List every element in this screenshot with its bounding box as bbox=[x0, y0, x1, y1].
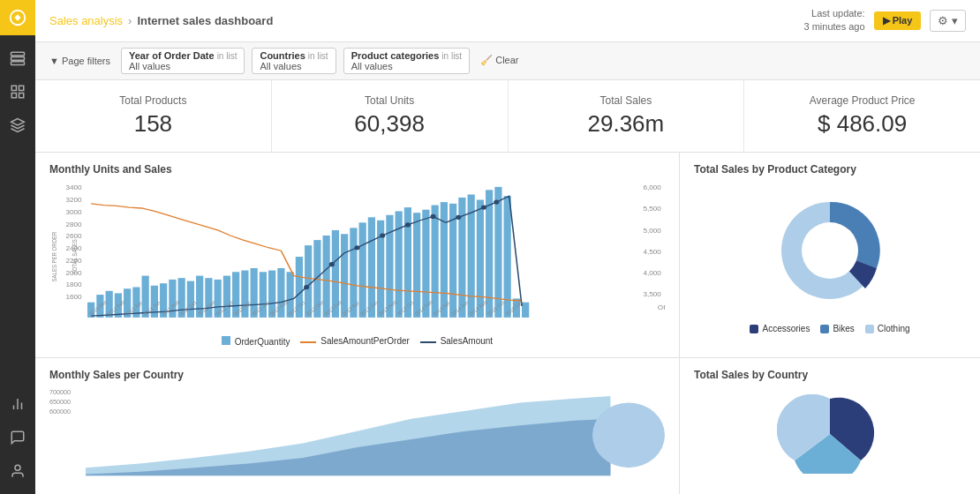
y-axis-title-left2: TOTAL SALES bbox=[71, 238, 78, 273]
y-axis-label: 3200 bbox=[65, 197, 81, 204]
page-filters-toggle[interactable]: ▼ Page filters bbox=[49, 56, 110, 66]
kpi-total-units: Total Units 60,398 bbox=[272, 80, 509, 152]
kpi-avg-price-value: $ 486.09 bbox=[762, 110, 962, 138]
chart-dot bbox=[494, 199, 499, 204]
svg-rect-4 bbox=[11, 86, 16, 90]
breadcrumb: Sales analysis › Internet sales dashboar… bbox=[49, 14, 273, 27]
sidebar-item-user[interactable] bbox=[4, 457, 32, 485]
filter-categories-val: All values bbox=[351, 61, 393, 71]
chart-dot bbox=[431, 214, 436, 219]
filter-chip-countries[interactable]: Countries in list All values bbox=[252, 48, 335, 74]
y-axis-right-label: 6,000 bbox=[643, 184, 661, 191]
svg-point-11 bbox=[15, 465, 20, 470]
chart-dot bbox=[304, 285, 309, 289]
legend-sales-per-order: SalesAmountPerOrder bbox=[300, 336, 409, 346]
legend-bikes: Bikes bbox=[820, 324, 854, 333]
legend-square-blue bbox=[222, 336, 230, 345]
svg-rect-7 bbox=[19, 94, 24, 98]
bar bbox=[359, 222, 366, 318]
monthly-units-sales-title: Monthly Units and Sales bbox=[49, 163, 665, 176]
kpi-total-sales: Total Sales 29.36m bbox=[509, 80, 745, 152]
filter-year-type: in list bbox=[217, 51, 237, 61]
kpi-avg-price-label: Average Product Price bbox=[762, 94, 962, 107]
kpi-avg-price: Average Product Price $ 486.09 bbox=[744, 80, 980, 152]
breadcrumb-parent[interactable]: Sales analysis bbox=[49, 14, 123, 27]
svg-rect-3 bbox=[11, 62, 25, 65]
y-axis-label: 3400 bbox=[65, 184, 81, 191]
monthly-sales-country-svg: 700000 650000 600000 bbox=[49, 386, 665, 484]
y-axis-label: 2600 bbox=[65, 233, 81, 240]
legend-accessories: Accessories bbox=[750, 324, 810, 333]
kpi-total-sales-label: Total Sales bbox=[526, 94, 727, 107]
monthly-units-sales-panel: Monthly Units and Sales 3400 3200 3000 2… bbox=[35, 153, 679, 358]
legend-dot-bikes bbox=[820, 325, 829, 333]
legend-line-dark bbox=[420, 341, 436, 343]
filters-bar: ▼ Page filters Year of Order Date in lis… bbox=[35, 42, 980, 80]
chart-dot bbox=[329, 262, 335, 266]
charts-right: Total Sales by Product Category bbox=[680, 153, 980, 494]
sidebar-item-chat[interactable] bbox=[4, 423, 32, 452]
monthly-chart-legend: OrderQuantity SalesAmountPerOrder SalesA… bbox=[49, 336, 665, 347]
y-axis-label: 1600 bbox=[65, 294, 81, 301]
monthly-sales-country-panel: Monthly Sales per Country 700000 650000 … bbox=[35, 358, 679, 494]
legend-sales-amount: SalesAmount bbox=[420, 336, 493, 346]
legend-clothing: Clothing bbox=[865, 324, 910, 333]
sidebar-item-box[interactable] bbox=[4, 111, 32, 139]
country-sales-panel: Total Sales by Country bbox=[680, 358, 980, 494]
filter-year-val: All values bbox=[129, 61, 170, 71]
monthly-sales-country-title: Monthly Sales per Country bbox=[49, 369, 665, 381]
sidebar bbox=[0, 0, 35, 494]
sidebar-item-layers[interactable] bbox=[4, 44, 32, 72]
y-axis-label: 2800 bbox=[65, 221, 81, 228]
sidebar-item-grid[interactable] bbox=[4, 78, 32, 106]
breadcrumb-current: Internet sales dashboard bbox=[137, 14, 273, 27]
y-axis-right-label: 5,500 bbox=[643, 206, 661, 213]
product-category-panel: Total Sales by Product Category bbox=[680, 153, 980, 358]
y-axis-val: 650000 bbox=[49, 400, 71, 406]
y-axis-label: 1800 bbox=[65, 281, 81, 288]
product-category-title: Total Sales by Product Category bbox=[694, 163, 966, 176]
y-axis-right-label: ORDERS bbox=[658, 304, 665, 311]
y-axis-label: 3000 bbox=[65, 208, 81, 215]
play-button[interactable]: ▶ Play bbox=[874, 11, 922, 30]
kpi-total-units-value: 60,398 bbox=[290, 110, 490, 138]
donut-chart-container: Accessories Bikes Clothing bbox=[694, 181, 966, 338]
country-sales-title: Total Sales by Country bbox=[694, 369, 966, 381]
filter-chip-categories[interactable]: Product categories in list All values bbox=[343, 48, 471, 74]
y-axis-right-label: 4,000 bbox=[643, 269, 661, 276]
chart-dot bbox=[481, 205, 486, 209]
country-chart-container bbox=[694, 386, 966, 482]
legend-label-bikes: Bikes bbox=[833, 324, 854, 333]
main-content: Sales analysis › Internet sales dashboar… bbox=[35, 0, 980, 494]
charts-area: Monthly Units and Sales 3400 3200 3000 2… bbox=[35, 153, 980, 494]
donut-hole bbox=[802, 222, 858, 279]
chart-dot bbox=[354, 245, 359, 250]
charts-left: Monthly Units and Sales 3400 3200 3000 2… bbox=[35, 153, 680, 494]
bar bbox=[323, 236, 330, 318]
svg-rect-6 bbox=[11, 94, 16, 98]
last-update-info: Last update: 3 minutes ago bbox=[804, 7, 865, 34]
header-controls: Last update: 3 minutes ago ▶ Play ⚙ ▾ bbox=[804, 7, 967, 34]
y-axis-title-left: SALES PER ORDER bbox=[51, 231, 58, 281]
sidebar-item-analytics[interactable] bbox=[4, 390, 32, 418]
svg-rect-1 bbox=[11, 52, 25, 56]
y-axis-right-label: 5,000 bbox=[643, 227, 661, 234]
settings-button[interactable]: ⚙ ▾ bbox=[930, 10, 966, 32]
filter-countries-type: in list bbox=[308, 51, 328, 61]
kpi-total-products-label: Total Products bbox=[53, 94, 253, 107]
filter-chip-year[interactable]: Year of Order Date in list All values bbox=[121, 48, 245, 74]
sidebar-bottom bbox=[4, 390, 32, 494]
svg-rect-5 bbox=[19, 86, 24, 90]
legend-dot-clothing bbox=[865, 325, 874, 333]
chart-dot bbox=[456, 215, 461, 220]
kpi-total-sales-value: 29.36m bbox=[526, 110, 727, 138]
legend-label-accessories: Accessories bbox=[762, 324, 810, 333]
bar bbox=[341, 234, 348, 318]
bar bbox=[305, 245, 312, 318]
legend-line-orange bbox=[300, 341, 316, 343]
app-logo[interactable] bbox=[0, 0, 35, 35]
last-update-label: Last update: bbox=[804, 7, 865, 20]
clear-filters-button[interactable]: 🧹 Clear bbox=[480, 55, 518, 66]
bar bbox=[187, 281, 194, 317]
y-axis-right-label: 4,500 bbox=[643, 248, 661, 255]
